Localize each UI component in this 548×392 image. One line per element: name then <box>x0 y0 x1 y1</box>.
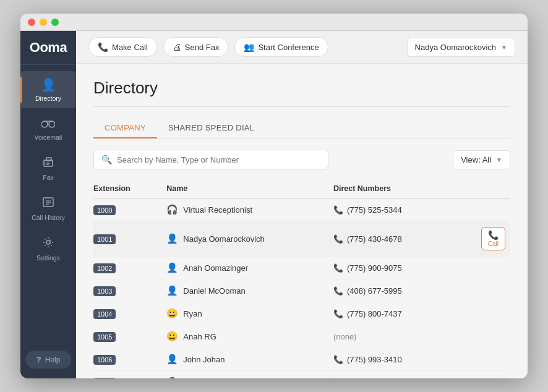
tab-company[interactable]: COMPANY <box>93 118 157 138</box>
search-input[interactable] <box>117 155 320 164</box>
callhistory-icon <box>42 196 54 211</box>
user-dropdown[interactable]: Nadya Oomarockovich ▼ <box>407 38 515 57</box>
contact-name: Ryan <box>183 309 202 318</box>
sidebar-label-fax: Fax <box>43 174 54 181</box>
call-button[interactable]: 📞Call <box>481 227 505 250</box>
cell-action <box>465 348 510 371</box>
table-row: 1003👤Daniel McOoman📞(408) 677-5995 <box>93 279 510 302</box>
contact-name: Anah Oomazinger <box>183 263 248 273</box>
phone-number: (775) 430-4678 <box>347 234 402 244</box>
svg-point-1 <box>49 121 55 127</box>
titlebar <box>20 14 528 31</box>
phone-number: (970) 343-5942 <box>347 378 402 379</box>
cell-phone: 📞(775) 900-9075 <box>328 257 465 279</box>
directory-icon: 👤 <box>41 77 56 92</box>
conference-icon: 👥 <box>244 42 254 52</box>
svg-point-11 <box>46 241 50 244</box>
view-dropdown[interactable]: View: All ▼ <box>453 150 510 169</box>
sidebar-label-voicemail: Voicemail <box>35 134 62 141</box>
table-row: 1005😀Anah RG(none) <box>93 325 510 348</box>
phone-number: (408) 677-5995 <box>347 286 402 296</box>
start-conference-button[interactable]: 👥 Start Conference <box>234 37 328 57</box>
cell-extension: 1002 <box>93 257 161 279</box>
fax-send-icon: 🖨 <box>173 42 181 52</box>
svg-point-0 <box>41 121 48 127</box>
cell-name: 😀Anah RG <box>161 325 328 348</box>
cell-extension: 1006 <box>93 348 161 371</box>
cell-extension: 1007 <box>93 371 161 379</box>
cell-action <box>465 198 510 221</box>
contact-name: Virtual Receptionist <box>183 205 252 215</box>
col-header-action <box>465 181 510 198</box>
phone-number-icon: 📞 <box>333 234 343 244</box>
start-conference-label: Start Conference <box>258 43 319 52</box>
cell-action <box>465 371 510 379</box>
search-box: 🔍 <box>93 150 328 169</box>
toolbar-row: 🔍 View: All ▼ <box>93 150 510 169</box>
table-row: 1001👤Nadya Oomarockovich📞(775) 430-4678📞… <box>93 221 510 257</box>
phone-number-icon: 📞 <box>333 286 343 296</box>
user-avatar-icon: 👤 <box>166 262 178 273</box>
cell-extension: 1005 <box>93 325 161 348</box>
table-row: 1007👤Clinton Oomavenko📞(970) 343-5942 <box>93 371 510 379</box>
sidebar-item-callhistory[interactable]: Call History <box>20 190 76 228</box>
search-icon: 🔍 <box>101 155 112 164</box>
user-name: Nadya Oomarockovich <box>415 43 497 52</box>
tab-bar: COMPANY SHARED SPEED DIAL <box>93 118 510 138</box>
user-avatar-icon: 👤 <box>166 377 178 378</box>
table-row: 1004😀Ryan📞(775) 800-7437 <box>93 302 510 325</box>
tab-shared-speed-dial[interactable]: SHARED SPEED DIAL <box>157 118 265 138</box>
maximize-button[interactable] <box>51 19 59 26</box>
sidebar-item-voicemail[interactable]: Voicemail <box>20 111 76 147</box>
no-phone: (none) <box>333 332 357 341</box>
sidebar: Ooma 👤 Directory Voicemail <box>20 31 76 378</box>
cell-name: 👤Daniel McOoman <box>161 279 328 302</box>
col-header-name: Name <box>161 181 328 198</box>
sidebar-item-fax[interactable]: Fax <box>20 150 76 187</box>
svg-rect-7 <box>43 198 53 207</box>
close-button[interactable] <box>28 19 35 26</box>
make-call-label: Make Call <box>112 43 148 52</box>
cell-extension: 1004 <box>93 302 161 325</box>
help-label: Help <box>45 356 61 364</box>
contact-name: John Johan <box>183 355 225 364</box>
cell-extension: 1003 <box>93 279 161 302</box>
call-phone-icon: 📞 <box>488 230 499 240</box>
main-content: 📞 Make Call 🖨 Send Fax 👥 Start Conferenc… <box>76 31 528 378</box>
phone-number-icon: 📞 <box>333 309 343 318</box>
phone-number-icon: 📞 <box>333 378 343 379</box>
minimize-button[interactable] <box>40 19 47 26</box>
ext-badge: 1007 <box>93 378 116 379</box>
ext-badge: 1000 <box>93 205 116 215</box>
ext-badge: 1004 <box>93 309 116 319</box>
view-label: View: All <box>461 155 491 164</box>
user-avatar-icon: 😀 <box>166 331 178 342</box>
sidebar-item-directory[interactable]: 👤 Directory <box>20 71 76 108</box>
user-avatar-icon: 👤 <box>166 233 178 244</box>
help-button[interactable]: ? Help <box>25 351 71 369</box>
fax-icon <box>42 156 54 171</box>
ext-badge: 1006 <box>93 355 116 365</box>
sidebar-label-directory: Directory <box>35 95 61 102</box>
cell-action <box>465 279 510 302</box>
contact-name: Daniel McOoman <box>183 286 245 296</box>
send-fax-button[interactable]: 🖨 Send Fax <box>163 37 229 57</box>
cell-phone: 📞(775) 525-5344 <box>328 198 465 221</box>
topbar: 📞 Make Call 🖨 Send Fax 👥 Start Conferenc… <box>76 31 528 64</box>
cell-action: 📞Call <box>465 221 510 257</box>
cell-action <box>465 302 510 325</box>
page-title: Directory <box>93 79 510 98</box>
cell-name: 👤Nadya Oomarockovich <box>161 221 328 257</box>
phone-number-icon: 📞 <box>333 355 343 364</box>
dropdown-chevron-icon: ▼ <box>501 44 507 51</box>
user-avatar-icon: 🎧 <box>166 204 178 215</box>
contact-name: Anah RG <box>183 332 216 341</box>
sidebar-item-settings[interactable]: Settings <box>20 230 76 268</box>
contact-name: Nadya Oomarockovich <box>183 234 265 244</box>
make-call-button[interactable]: 📞 Make Call <box>88 37 157 57</box>
contact-name: Clinton Oomavenko <box>183 378 254 379</box>
cell-phone: 📞(775) 430-4678 <box>328 221 465 257</box>
title-divider <box>93 106 510 107</box>
table-row: 1006👤John Johan📞(775) 993-3410 <box>93 348 510 371</box>
ext-badge: 1005 <box>93 332 116 342</box>
